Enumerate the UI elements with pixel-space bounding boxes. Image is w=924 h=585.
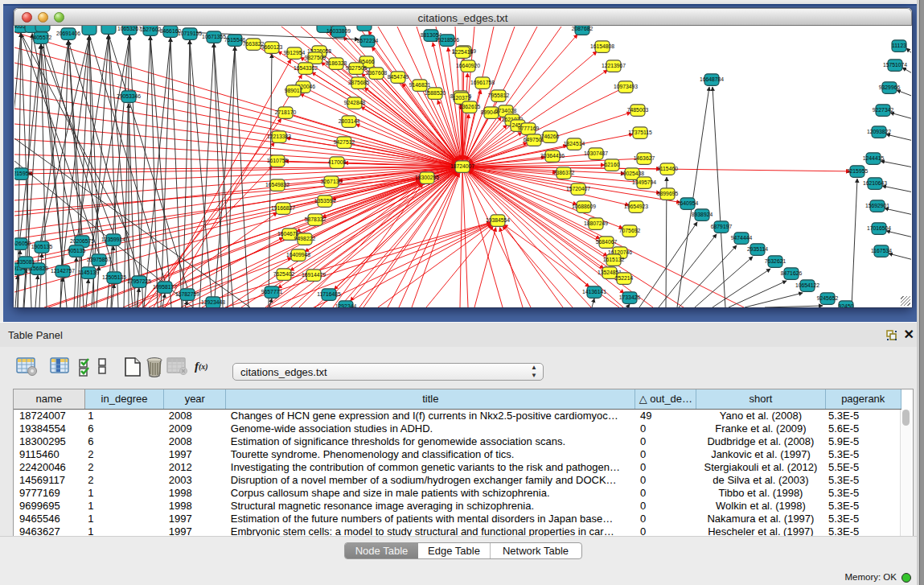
svg-text:11123: 11123 [892,43,906,48]
svg-text:9327505: 9327505 [346,65,368,71]
svg-text:92450: 92450 [839,303,854,308]
svg-text:1362615: 1362615 [459,104,481,109]
svg-text:16549832: 16549832 [265,182,290,187]
svg-text:835081: 835081 [17,259,35,265]
svg-text:19654923: 19654923 [624,204,648,209]
svg-text:8572234: 8572234 [357,38,379,43]
svg-text:1463627: 1463627 [634,155,655,161]
svg-text:12359914: 12359914 [101,237,125,242]
svg-text:7386372: 7386372 [553,170,575,175]
svg-text:1527602: 1527602 [140,27,162,32]
svg-text:8186328: 8186328 [326,60,347,66]
svg-text:10653267: 10653267 [117,26,142,31]
svg-text:15692901: 15692901 [865,203,889,208]
svg-text:7625402: 7625402 [273,271,295,277]
svg-text:20691406: 20691406 [56,31,80,36]
svg-text:16154808: 16154808 [590,43,614,49]
svg-text:12213383: 12213383 [267,134,291,139]
svg-text:7485003: 7485003 [627,107,649,113]
svg-text:1610755: 1610755 [267,158,289,163]
svg-text:14136141: 14136141 [582,289,606,295]
svg-text:10958177: 10958177 [153,284,177,290]
svg-text:2087682: 2087682 [572,26,593,31]
svg-text:1615132: 1615132 [603,257,625,262]
svg-text:18724007: 18724007 [450,163,474,169]
svg-text:(x): (x) [199,362,208,372]
svg-text:2367608: 2367608 [366,70,388,76]
svg-text:1353594: 1353594 [314,198,336,204]
svg-text:120373: 120373 [453,95,471,101]
svg-text:16543362: 16543362 [294,65,318,71]
svg-text:23975857: 23975857 [87,257,111,262]
svg-text:8938924: 8938924 [692,212,713,217]
svg-text:9657771: 9657771 [261,289,283,295]
svg-text:62160: 62160 [605,162,620,167]
svg-text:10307487: 10307487 [584,150,608,156]
svg-text:2935114: 2935114 [747,246,768,252]
svg-text:9827509: 9827509 [305,55,326,60]
svg-text:10688609: 10688609 [572,204,596,209]
svg-text:1225419: 1225419 [452,49,474,55]
svg-text:11716485: 11716485 [317,291,341,297]
svg-text:10025438: 10025438 [620,171,644,176]
svg-text:9146821: 9146821 [409,82,431,88]
svg-text:10671355: 10671355 [202,34,226,39]
svg-text:9245652: 9245652 [817,295,839,301]
svg-text:2626050: 2626050 [14,241,31,246]
svg-text:10719155: 10719155 [178,31,202,36]
svg-text:6879197: 6879197 [711,224,733,229]
svg-text:1292344: 1292344 [335,303,357,308]
svg-text:12923448: 12923448 [201,299,225,305]
svg-text:9427512: 9427512 [334,139,355,145]
svg-text:7955812: 7955812 [488,93,510,98]
svg-text:20364436: 20364436 [540,153,565,159]
svg-text:5878332: 5878332 [305,216,326,222]
svg-text:16210643: 16210643 [863,180,887,186]
svg-text:20206575: 20206575 [70,238,94,244]
svg-text:9474444: 9474444 [731,235,753,241]
svg-text:1405572: 1405572 [31,35,52,40]
svg-text:1824514: 1824514 [564,141,585,146]
svg-text:989017: 989017 [285,88,303,93]
svg-text:10973493: 10973493 [614,84,638,89]
svg-text:746266: 746266 [541,134,560,139]
svg-text:17016504: 17016504 [867,225,891,231]
svg-text:16648784: 16648784 [700,76,724,82]
svg-text:3267130: 3267130 [321,179,343,184]
svg-text:16409948: 16409948 [286,252,310,257]
svg-text:1588520: 1588520 [425,90,446,96]
svg-text:9227342: 9227342 [873,107,894,113]
svg-text:1167534: 1167534 [871,248,892,253]
svg-text:16033809: 16033809 [326,28,351,34]
svg-text:29053346: 29053346 [117,93,141,99]
svg-text:9329966: 9329966 [879,84,901,90]
svg-text:12142757: 12142757 [51,268,75,274]
svg-text:7075692: 7075692 [619,228,641,233]
svg-text:12505135: 12505135 [102,274,126,280]
svg-text:17375115: 17375115 [628,130,652,135]
svg-text:16914479: 16914479 [302,272,326,278]
svg-text:9242848: 9242848 [344,100,366,105]
svg-text:3875685: 3875685 [348,80,370,85]
svg-text:1733426: 1733426 [619,295,641,300]
svg-text:18807249: 18807249 [584,220,608,226]
svg-text:17957225: 17957225 [127,278,151,284]
svg-text:19166827: 19166827 [271,205,295,211]
svg-text:7632621: 7632621 [765,258,786,264]
svg-text:417008: 417008 [328,159,347,165]
svg-text:1145139: 1145139 [78,270,99,275]
svg-text:10654122: 10654122 [795,282,819,288]
svg-text:13495794: 13495794 [632,179,656,185]
svg-text:1244415: 1244415 [863,155,885,161]
svg-text:252214: 252214 [615,275,634,281]
svg-text:19218506: 19218506 [435,37,459,43]
svg-text:3215955: 3215955 [847,168,869,174]
svg-text:16782759: 16782759 [175,291,199,297]
svg-text:9498222: 9498222 [294,236,316,241]
svg-text:19384554: 19384554 [486,217,510,223]
svg-text:8471626: 8471626 [781,270,803,276]
svg-text:6899695: 6899695 [657,191,679,196]
svg-text:8454749: 8454749 [388,74,409,80]
svg-text:3215958: 3215958 [14,171,31,176]
svg-text:16961758: 16961758 [470,80,495,85]
